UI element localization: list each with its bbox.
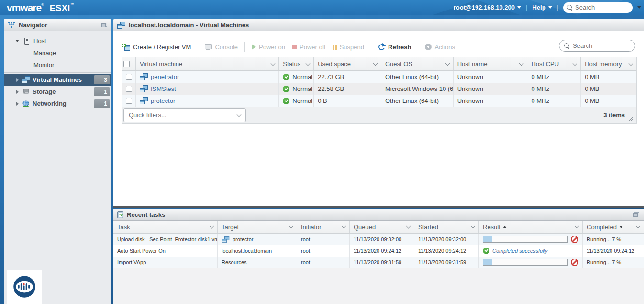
column-label: Completed [587,224,617,231]
chevron-collapsed-icon[interactable] [16,78,19,82]
chevron-down-icon[interactable] [629,61,633,66]
vm-name-link[interactable]: protector [151,97,175,104]
column-header-completed[interactable]: Completed [583,221,644,233]
help-menu[interactable]: Help [532,4,552,11]
status-text: Normal [292,73,312,80]
networking-icon [22,100,30,108]
button-label: Console [215,44,238,51]
user-menu[interactable]: root@192.168.10.200 [454,4,521,11]
secpoint-logo [7,270,42,304]
column-header-started[interactable]: Started [414,221,479,233]
vm-search[interactable] [559,40,635,52]
column-header-initiator[interactable]: Initiator [297,221,350,233]
sidebar-item-label: Virtual Machines [33,76,82,83]
column-header-host-memory[interactable]: Host memory [581,57,636,70]
vm-name-link[interactable]: ISMStest [151,85,176,92]
host-memory-cell: 0 MB [581,83,636,95]
vm-search-input[interactable] [573,42,625,49]
column-label: Status [283,60,300,68]
row-checkbox[interactable] [126,86,132,92]
table-row[interactable]: ISMStest Normal 22.58 GB Microsoft Windo… [122,83,636,95]
chevron-collapsed-icon[interactable] [16,102,19,106]
task-initiator-cell: root [297,245,350,257]
chevron-down-icon[interactable] [306,61,311,66]
cancel-task-icon[interactable] [571,259,578,266]
table-row[interactable]: protector Normal 0 B Other Linux (64-bit… [122,95,636,107]
sidebar-item-manage[interactable]: Manage [4,47,111,59]
filter-bar: Quick filters... 3 items [122,107,637,124]
row-checkbox[interactable] [126,74,132,80]
sidebar-item-storage[interactable]: Storage 1 [4,86,111,98]
navigator-titlebar: Navigator [4,19,111,31]
column-header-queued[interactable]: Queued [350,221,414,233]
column-label: Initiator [301,224,322,231]
chevron-collapsed-icon[interactable] [16,90,19,94]
status-ok-icon [283,98,289,104]
chevron-down-icon[interactable] [342,224,346,229]
guest-os-cell: Other Linux (64-bit) [381,71,454,83]
popout-icon[interactable] [101,23,107,27]
chevron-down-icon[interactable] [573,61,577,66]
power-on-button[interactable]: Power on [252,44,285,51]
chevron-down-icon [237,112,242,117]
suspend-button[interactable]: Suspend [333,44,364,51]
chevron-down-icon[interactable] [445,61,450,66]
row-checkbox[interactable] [126,98,132,104]
create-register-vm-button[interactable]: Create / Register VM [122,44,191,51]
popout-icon[interactable] [633,212,639,217]
panel-splitter[interactable] [113,206,644,208]
count-badge: 3 [94,75,110,84]
chevron-down-icon[interactable] [373,61,378,66]
chevron-down-icon[interactable] [289,224,294,229]
sidebar-item-virtual-machines[interactable]: Virtual Machines 3 [4,74,111,86]
vm-name-link[interactable]: penetrator [151,73,179,80]
global-search[interactable] [563,2,633,13]
task-row[interactable]: Auto Start Power On localhost.localdomai… [113,245,644,257]
select-all-checkbox[interactable] [123,61,130,67]
chevron-down-icon[interactable] [471,224,476,229]
chevron-down-icon[interactable] [519,61,524,66]
sidebar-item-host[interactable]: Host [4,35,111,47]
quick-filters-label: Quick filters... [129,112,167,119]
task-queued-cell: 11/13/2020 09:32:00 [350,234,414,245]
column-header-guest-os[interactable]: Guest OS [381,57,454,70]
sidebar-item-networking[interactable]: Networking 1 [4,98,111,110]
chevron-down-icon[interactable] [210,224,214,229]
host-cpu-cell: 0 MHz [527,71,581,83]
power-off-button[interactable]: Power off [292,44,326,51]
sidebar-item-label: Manage [33,49,56,56]
cancel-task-icon[interactable] [571,236,578,243]
refresh-button[interactable]: Refresh [378,44,411,51]
global-search-input[interactable] [575,4,623,11]
table-row[interactable]: penetrator Normal 22.73 GB Other Linux (… [122,71,636,83]
console-button[interactable]: Console [205,44,238,51]
chevron-down-icon[interactable] [575,224,579,229]
column-header-host-cpu[interactable]: Host CPU [527,57,581,70]
quick-filters-select[interactable]: Quick filters... [123,108,246,122]
chevron-expanded-icon[interactable] [15,40,19,42]
resize-grip-icon[interactable] [628,115,633,121]
column-header-result[interactable]: Result [479,221,583,233]
task-row[interactable]: Import VApp Resources root 11/13/2020 09… [113,257,644,268]
chevron-down-icon[interactable] [271,61,276,66]
task-row[interactable]: Upload disk - Sec Point_Protector-disk1.… [113,234,644,245]
registered-mark: ® [41,2,44,7]
column-header-status[interactable]: Status [279,57,314,70]
button-label: Create / Register VM [133,44,191,51]
column-header-virtual-machine[interactable]: Virtual machine [136,57,279,70]
divider [418,42,418,52]
column-header-host-name[interactable]: Host name [454,57,528,70]
column-header-used-space[interactable]: Used space [314,57,381,70]
column-header-task[interactable]: Task [113,221,218,233]
task-completed-cell: Running... 7 % [583,257,644,268]
sidebar-item-label: Host [33,37,46,45]
chevron-down-icon[interactable] [406,224,411,229]
chevron-down-icon[interactable] [636,224,641,229]
column-label: Host CPU [531,60,559,68]
status-text: Normal [292,97,312,104]
search-dropdown-icon[interactable] [637,6,641,9]
column-header-target[interactable]: Target [218,221,297,233]
actions-button[interactable]: Actions [425,44,455,51]
task-queued-cell: 11/13/2020 09:31:59 [350,257,414,268]
sidebar-item-monitor[interactable]: Monitor [4,59,111,71]
